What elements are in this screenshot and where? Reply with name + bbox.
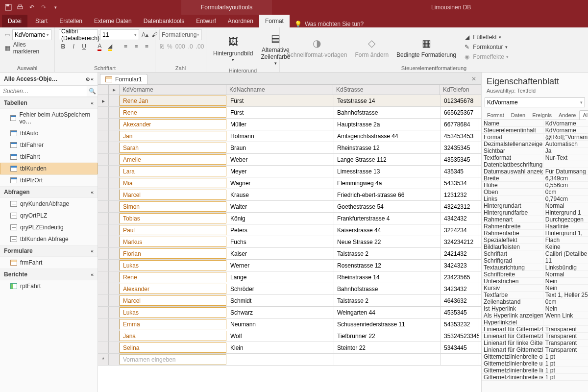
number-format-combo[interactable]: Formatierung▾	[159, 29, 202, 40]
property-row[interactable]: Datumsauswahl anzeigenFür Datumsang	[482, 168, 588, 175]
property-row[interactable]: RahmenbreiteHaarlinie	[482, 223, 588, 230]
dec-decimal-icon[interactable]: .00	[196, 41, 205, 52]
property-row[interactable]: SchriftbreiteNormal	[482, 271, 588, 278]
table-row[interactable]: TobiasKönigFrankfurterstrasse 44342432	[98, 213, 481, 224]
row-selector[interactable]	[98, 283, 109, 294]
expand-cell[interactable]	[109, 166, 120, 177]
property-row[interactable]: RahmenfarbeHintergrund 1,	[482, 230, 588, 237]
cell[interactable]: Amtsgerichtsstrasse 44	[334, 130, 441, 142]
property-value[interactable]	[543, 319, 588, 325]
cell[interactable]: 66778684	[441, 119, 479, 130]
cell[interactable]: 2421432	[441, 248, 479, 259]
cell[interactable]: Rheinstrasse 12	[334, 142, 441, 153]
cell[interactable]: Vornamen eingeben	[120, 354, 226, 365]
cell[interactable]: 23423565	[441, 271, 479, 283]
table-row[interactable]: MarcelSchmidtTalstrasse 24643632	[98, 295, 481, 307]
cell[interactable]: Meyer	[227, 166, 334, 177]
property-value[interactable]: Automatisch	[543, 141, 588, 147]
property-row[interactable]: TextfarbeText 1, Heller 25	[482, 292, 588, 298]
align-center-icon[interactable]: ≡	[132, 41, 140, 52]
nav-item[interactable]: qryPLZEindeutig	[0, 221, 98, 233]
property-value[interactable]: Wenn Link	[543, 312, 588, 318]
table-row[interactable]: MarcelKrauseFriedrich-ebert-strasse 6612…	[98, 189, 481, 201]
cell[interactable]: Paul	[120, 225, 226, 235]
cell[interactable]: Weingarten 44	[334, 307, 441, 318]
property-row[interactable]: Ist HyperlinkNein	[482, 305, 588, 312]
row-selector[interactable]	[98, 154, 109, 165]
cell[interactable]: 324234212	[441, 236, 479, 247]
expand-cell[interactable]	[109, 248, 120, 259]
save-icon[interactable]	[3, 2, 14, 13]
row-selector[interactable]	[98, 248, 109, 259]
cell[interactable]: Kaiserstrasse 44	[334, 224, 441, 236]
cell[interactable]: Fürst	[227, 95, 334, 106]
select-all-button[interactable]: ▦Alles markieren	[4, 41, 50, 55]
property-value[interactable]: Haarlinie	[543, 223, 588, 229]
property-tab[interactable]: Alle	[579, 110, 588, 120]
shape-outline-button[interactable]: ✎Formkontur▾	[461, 43, 511, 51]
property-value[interactable]: Transparent	[543, 326, 588, 332]
property-tab[interactable]: Daten	[508, 110, 529, 120]
cell[interactable]: 35324523345	[441, 330, 479, 342]
align-right-icon[interactable]: ≡	[143, 41, 151, 52]
cell[interactable]: Fuchs	[227, 236, 334, 247]
table-row[interactable]: PaulPetersKaiserstrasse 443224234	[98, 224, 481, 236]
cell[interactable]: Lange Strasse 112	[334, 154, 441, 165]
cell[interactable]: Akexander	[120, 119, 226, 129]
nav-item[interactable]: qryKundenAbfrage	[0, 198, 98, 210]
table-row[interactable]: JanHofmannAmtsgerichtsstrasse 4445345345…	[98, 130, 481, 142]
row-selector[interactable]	[98, 177, 109, 189]
row-selector[interactable]	[98, 119, 109, 130]
nav-item[interactable]: frmFahrt	[0, 257, 98, 269]
conditional-formatting-button[interactable]: ▦Bedingte Formatierung	[393, 34, 459, 59]
property-value[interactable]: 1 pt	[543, 360, 588, 367]
datasheet-body[interactable]: ▸Rene JanFürstTeststrasse 14012345678Ren…	[98, 95, 481, 392]
column-header[interactable]: KdTelefon	[440, 85, 478, 95]
property-row[interactable]: SchriftartCalibri (Detailbe	[482, 250, 588, 257]
cell[interactable]: Frankfurterstrasse 4	[334, 213, 441, 224]
cell[interactable]: Talstrasse 2	[334, 295, 441, 306]
expand-cell[interactable]	[109, 154, 120, 165]
row-selector[interactable]	[98, 330, 109, 342]
property-value[interactable]: Nein	[543, 278, 588, 284]
cell[interactable]: Teststrasse 14	[334, 95, 441, 106]
selection-combo[interactable]: KdVorname▾	[12, 29, 51, 40]
cell[interactable]: Jana	[120, 331, 226, 341]
nav-search-input[interactable]	[0, 86, 87, 97]
tab-file[interactable]: Datei	[2, 15, 27, 27]
cell[interactable]: Peters	[227, 224, 334, 236]
expand-cell[interactable]	[109, 189, 120, 200]
tab-format[interactable]: Format	[259, 15, 290, 27]
cell[interactable]: Kaiser	[227, 248, 334, 259]
property-row[interactable]: HintergrundfarbeHintergrund 1	[482, 209, 588, 216]
property-row[interactable]: Höhe0,556cm	[482, 182, 588, 189]
cell[interactable]: Rene	[120, 107, 226, 118]
close-icon[interactable]: ✕	[469, 74, 478, 83]
property-value[interactable]: Normal	[543, 202, 588, 209]
property-value[interactable]: Ja	[543, 147, 588, 154]
property-row[interactable]: Gitternetzlinienbreite unten1 pt	[482, 360, 588, 367]
cell[interactable]: Schmidt	[227, 295, 334, 306]
cell[interactable]: Lara	[120, 166, 226, 176]
cell[interactable]: 5343445	[441, 342, 479, 353]
bold-icon[interactable]: B	[59, 41, 67, 52]
nav-group-header[interactable]: Abfragen«	[0, 186, 98, 198]
cell[interactable]: Sarah	[120, 143, 226, 153]
property-row[interactable]: Breite6,349cm	[482, 175, 588, 182]
row-selector[interactable]	[98, 307, 109, 318]
select-all-cell[interactable]	[98, 85, 109, 95]
currency-icon[interactable]: ₪	[159, 41, 165, 52]
property-value[interactable]: Transparent	[543, 346, 588, 353]
property-row[interactable]: SteuerelementinhaltKdVorname	[482, 127, 588, 134]
row-selector[interactable]	[98, 295, 109, 306]
property-row[interactable]: UnterstrichenNein	[482, 278, 588, 285]
property-value[interactable]: 0,794cm	[543, 196, 588, 202]
property-row[interactable]: Schriftgrad11	[482, 257, 588, 264]
cell[interactable]: Lange	[227, 271, 334, 283]
cell[interactable]: Schussenriederstrasse 11	[334, 318, 441, 330]
cell[interactable]: Florian	[120, 248, 226, 259]
cell[interactable]: 3224234	[441, 224, 479, 236]
table-row[interactable]: ReneLangeRheinstrasse 1423423565	[98, 271, 481, 283]
change-shape-button[interactable]: ◇Form ändern	[352, 34, 392, 59]
property-row[interactable]: Linienart für Gitternetzlinien oTranspar…	[482, 326, 588, 333]
